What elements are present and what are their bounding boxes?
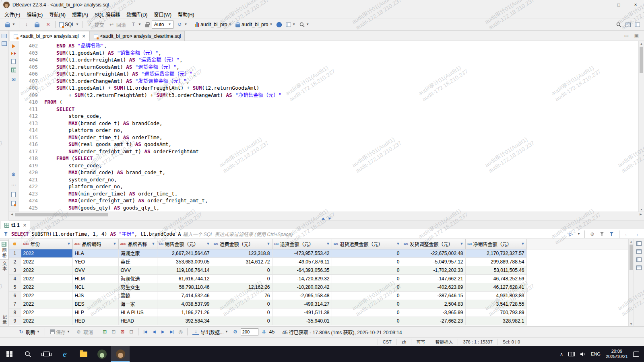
cell[interactable]: 2,667,241,564.67 bbox=[157, 249, 212, 257]
column-header-8[interactable]: 123净销售金额（元）▼ bbox=[465, 239, 526, 249]
column-header-1[interactable]: ABC品牌编码▼ bbox=[72, 239, 118, 249]
internet-explorer-button[interactable]: e bbox=[56, 346, 74, 362]
menu-item-0[interactable]: 文件(F) bbox=[1, 10, 23, 19]
cell[interactable]: -1,702,202.33 bbox=[402, 266, 465, 274]
cell[interactable]: HEAD bbox=[118, 317, 157, 325]
fetch-next-icon[interactable]: ⇊ bbox=[260, 329, 267, 335]
filter-placeholder[interactable]: 输入一个 SQL 表达式来过滤结果 (使用 Ctrl+Space) bbox=[183, 230, 293, 237]
status-caret-position[interactable]: 376 : 1 : 15337 bbox=[458, 339, 497, 345]
cell[interactable]: 2022 bbox=[21, 274, 72, 283]
cell[interactable]: -10,280,020.42 bbox=[272, 283, 332, 291]
cell[interactable]: -491,511.38 bbox=[272, 308, 332, 317]
rollback-button[interactable]: ↩回滚 bbox=[107, 20, 128, 29]
row-number[interactable]: 9 bbox=[9, 317, 21, 325]
cell[interactable]: 353,683,009.05 bbox=[157, 257, 212, 266]
quick-search-button[interactable] bbox=[615, 20, 623, 29]
taskbar-search-button[interactable] bbox=[19, 346, 37, 362]
scrollbar-thumb[interactable] bbox=[630, 245, 633, 270]
clear-filter-icon[interactable]: ⊘ bbox=[589, 230, 596, 237]
minimize-button[interactable]: – bbox=[593, 0, 610, 10]
filter-dropdown-icon[interactable]: ▼ bbox=[460, 242, 464, 246]
cell[interactable]: 0 bbox=[332, 257, 402, 266]
cancel-button[interactable]: ⊘取消 bbox=[74, 327, 95, 337]
first-row-icon[interactable]: |◀ bbox=[142, 329, 149, 335]
more-options-icon[interactable]: ⋯ bbox=[10, 181, 17, 188]
cell[interactable]: 海一家 bbox=[118, 300, 157, 308]
grid-vertical-scrollbar[interactable]: ▲ ▼ bbox=[628, 239, 634, 326]
cell[interactable]: -499,314.27 bbox=[272, 300, 332, 308]
scroll-down-icon[interactable]: ▼ bbox=[629, 321, 634, 326]
row-number[interactable]: 6 bbox=[9, 291, 21, 300]
presentation-tab-text[interactable]: 文本 bbox=[1, 260, 8, 273]
cell[interactable]: 1,196,271.26 bbox=[157, 308, 212, 317]
close-icon[interactable]: ✕ bbox=[82, 34, 85, 39]
column-header-0[interactable]: ABC年份▼ bbox=[21, 239, 72, 249]
dbeaver-taskbar-button[interactable] bbox=[111, 346, 130, 362]
menu-item-6[interactable]: 窗口(W) bbox=[151, 10, 175, 19]
cell[interactable]: 0 bbox=[332, 266, 402, 274]
task-view-button[interactable] bbox=[37, 346, 56, 362]
cell[interactable]: HLA bbox=[72, 249, 118, 257]
cell[interactable]: 0 bbox=[212, 308, 272, 317]
cell[interactable]: 0 bbox=[212, 274, 272, 283]
menu-item-5[interactable]: 数据库(D) bbox=[123, 10, 151, 19]
maximize-panel-icon[interactable]: ▣ bbox=[633, 32, 640, 39]
cell[interactable]: 2022 bbox=[21, 291, 72, 300]
row-number[interactable]: 3 bbox=[9, 266, 21, 274]
save-script-icon[interactable] bbox=[11, 201, 16, 206]
save-button[interactable]: 保存▼ bbox=[48, 327, 72, 337]
fetch-sql-button[interactable]: ↓ bbox=[21, 20, 31, 29]
row-number[interactable]: 5 bbox=[9, 283, 21, 291]
fetch-size-input[interactable] bbox=[241, 328, 258, 335]
commit-button[interactable]: ✓提交 bbox=[85, 20, 106, 29]
open-perspective-button[interactable] bbox=[624, 20, 632, 29]
cell[interactable]: -473,957,553.42 bbox=[272, 249, 332, 257]
cell[interactable]: OVV bbox=[72, 266, 118, 274]
sql-editor-dropdown[interactable]: SQL▼ bbox=[58, 20, 80, 29]
app-button-1[interactable] bbox=[93, 346, 111, 362]
maximize-editor-icon[interactable] bbox=[322, 218, 325, 220]
metadata-panel-icon[interactable] bbox=[636, 249, 642, 254]
delete-row-icon[interactable]: ⊠ bbox=[119, 329, 126, 335]
cell[interactable]: 2022 bbox=[21, 300, 72, 308]
editor-horizontal-scrollbar[interactable]: ◀ ▶ bbox=[9, 212, 644, 217]
row-number[interactable]: 4 bbox=[9, 274, 21, 283]
cell[interactable]: 2022 bbox=[21, 266, 72, 274]
custom-filter-icon[interactable] bbox=[608, 230, 615, 237]
cell[interactable]: 0 bbox=[332, 283, 402, 291]
editor-code[interactable]: END AS "品牌名称", SUM(t1.goodsAmt) AS "销售金额… bbox=[43, 41, 638, 212]
cell[interactable]: 46,127,628.41 bbox=[465, 283, 526, 291]
touch-keyboard-icon[interactable] bbox=[568, 352, 575, 356]
cell[interactable]: -147,662.21 bbox=[402, 274, 465, 283]
scrollbar-thumb[interactable] bbox=[15, 213, 108, 216]
cell[interactable]: 392,584.34 bbox=[157, 317, 212, 325]
result-grid-icon[interactable] bbox=[11, 68, 16, 72]
cell[interactable]: -27,662.23 bbox=[402, 317, 465, 325]
row-number[interactable]: 2 bbox=[9, 257, 21, 266]
close-button[interactable]: × bbox=[627, 0, 644, 10]
cell[interactable]: 0 bbox=[332, 249, 402, 257]
cell[interactable]: 2,504.83 bbox=[402, 300, 465, 308]
cell[interactable]: 0 bbox=[332, 291, 402, 300]
duplicate-row-icon[interactable]: ⊡ bbox=[110, 329, 117, 335]
cell[interactable]: 2022 bbox=[21, 317, 72, 325]
editor-vertical-scrollbar[interactable]: ▲ ▼ bbox=[638, 41, 644, 212]
filter-history-forward-icon[interactable]: → bbox=[633, 230, 640, 237]
cell[interactable]: -2,095,158.48 bbox=[272, 291, 332, 300]
query-history-dropdown[interactable]: ↺▼ bbox=[174, 20, 189, 29]
search-dropdown[interactable]: ▼ bbox=[298, 20, 311, 29]
toggle-layout-button[interactable] bbox=[633, 20, 642, 29]
cell[interactable]: 男生女生 bbox=[118, 283, 157, 291]
cell[interactable]: 0 bbox=[212, 300, 272, 308]
cell[interactable]: 2022 bbox=[21, 308, 72, 317]
object-browser-dropdown[interactable]: ▼ bbox=[284, 20, 297, 29]
cell[interactable]: -5,049,957.12 bbox=[402, 257, 465, 266]
cell[interactable]: 2,170,732,327.57 bbox=[465, 249, 526, 257]
cell[interactable]: 700,793.89 bbox=[465, 308, 526, 317]
editor-tab-analysis-cleartime[interactable]: <audit_bi_pro> analysis_cleartime.sql bbox=[90, 31, 185, 41]
scroll-up-icon[interactable]: ▲ bbox=[629, 239, 634, 244]
filter-query[interactable]: SELECT SUBSTR(t1.orderTime, 1, 4) AS "年份… bbox=[11, 232, 181, 237]
focus-row-icon[interactable]: ◎ bbox=[177, 329, 184, 335]
cell[interactable]: -387,646.15 bbox=[402, 291, 465, 300]
cell[interactable]: BES bbox=[72, 300, 118, 308]
